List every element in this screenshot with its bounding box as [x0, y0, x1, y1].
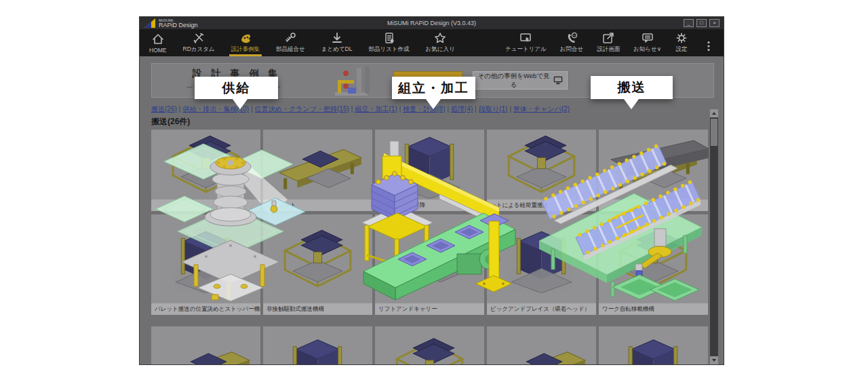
thumbnail-cell[interactable]: ルユニット	[263, 130, 372, 211]
thumbnail-cell[interactable]: ワーク自転移載機構	[599, 214, 708, 315]
thumbnail-cell[interactable]: ラインによる昇降	[375, 130, 484, 211]
thumbnail-cell[interactable]: リフトアンドキャリー	[375, 214, 484, 315]
thumbnail-image	[263, 214, 372, 303]
separator: |	[179, 105, 181, 113]
thumbnail-cell[interactable]	[487, 326, 596, 365]
nav-item-label: HOME	[149, 47, 167, 54]
category-link[interactable]: 処理(4)	[451, 105, 473, 113]
thumbnail-cell[interactable]	[375, 326, 484, 365]
nav-item-gear[interactable]: 設定	[675, 31, 688, 54]
thumbnail-image	[375, 130, 484, 200]
thumbnail-cell[interactable]	[599, 326, 708, 365]
thumbnail-image	[151, 326, 260, 365]
thumbnail-image	[375, 214, 484, 303]
callout-supply: 供給	[195, 77, 278, 99]
nav-item-phone[interactable]: お問合せ	[560, 31, 583, 54]
thumbnail-cell[interactable]: ットによる軽荷重搬送	[487, 130, 596, 211]
separator: |	[509, 105, 511, 113]
nav-item-label: 設計画面	[597, 45, 620, 54]
external-icon	[601, 31, 615, 45]
logo-product: RAPiD Design	[159, 22, 198, 28]
down-arrow-icon	[712, 359, 716, 362]
category-link[interactable]: 段取り(1)	[479, 105, 507, 113]
thumbnail-image	[487, 214, 596, 303]
nav-item-star[interactable]: お気に入り	[426, 31, 455, 54]
callout-transport: 搬送	[591, 76, 673, 99]
minimize-button[interactable]: _	[684, 19, 694, 27]
nav-item-examples[interactable]: 設計事例集	[231, 31, 260, 54]
thumbnail-caption: ピックアンドプレイス（吸着ヘッド）	[487, 303, 596, 315]
category-link[interactable]: 筐体・チャンバ(2)	[513, 105, 570, 113]
thumbnail-cell[interactable]: 非接触駆動式搬送機構	[263, 214, 372, 315]
app-logo: MiSUMi RAPiD Design	[144, 18, 198, 28]
nav-item-label: 設定	[676, 45, 688, 54]
star-icon	[433, 31, 447, 45]
thumbnail-image	[599, 214, 708, 303]
main-nav: HOMERDカスタム設計事例集部品組合せまとめてDL部品リスト作成お気に入り チ…	[140, 29, 724, 56]
thumbnail-image	[599, 130, 708, 200]
category-link[interactable]: 搬送(26)	[151, 105, 177, 113]
callout-assembly-processing: 組立・加工	[392, 77, 475, 99]
thumbnail-image	[487, 130, 596, 200]
thumbnail-image	[375, 326, 484, 365]
thumbnail-image	[263, 326, 372, 365]
thumbnail-cell[interactable]: ピックアンドプレイス（吸着ヘッド）	[487, 214, 596, 315]
thumbnail-caption: リフトアンドキャリー	[375, 303, 484, 315]
thumbnail-image	[151, 130, 260, 200]
nav-item-external[interactable]: 設計画面	[597, 31, 620, 54]
up-arrow-icon	[712, 112, 716, 115]
window-title: MiSUMi RAPiD Design (V3.0.43)	[140, 20, 724, 26]
separator: |	[399, 105, 401, 113]
scroll-up-button[interactable]	[710, 109, 718, 117]
view-more-web-button[interactable]: その他の事例をWebで見る	[473, 71, 568, 90]
thumbnail-cell[interactable]: パレット搬送の位置決めとストッパー機構	[151, 214, 260, 315]
nav-item-label: お気に入り	[426, 45, 455, 54]
grid-row: ルユニットラインによる昇降ットによる軽荷重搬送	[151, 130, 709, 211]
scroll-down-button[interactable]	[710, 356, 718, 364]
tutorial-icon	[519, 31, 532, 45]
thumbnail-caption: ルユニット	[263, 200, 372, 211]
home-icon	[151, 33, 165, 46]
nav-item-tools[interactable]: RDカスタム	[183, 31, 215, 54]
thumbnail-cell[interactable]	[599, 130, 708, 211]
grid-row: パレット搬送の位置決めとストッパー機構非接触駆動式搬送機構リフトアンドキャリーピ…	[151, 214, 709, 315]
nav-item-doc-list[interactable]: 部品リスト作成	[368, 31, 409, 54]
tools-icon	[192, 31, 205, 45]
thumbnail-cell[interactable]	[151, 130, 260, 211]
thumbnail-caption	[151, 200, 260, 211]
thumbnail-cell[interactable]	[263, 326, 372, 365]
thumbnail-caption: ットによる軽荷重搬送	[487, 200, 596, 211]
nav-item-home[interactable]: HOME	[149, 33, 167, 54]
examples-icon	[239, 31, 252, 45]
thumbnail-image	[151, 214, 260, 303]
screw-icon	[283, 31, 297, 45]
nav-item-label: チュートリアル	[505, 45, 547, 54]
view-more-web-label: その他の事例をWebで見る	[477, 72, 550, 90]
thumbnail-caption: ワーク自転移載機構	[599, 303, 708, 315]
vertical-scrollbar[interactable]	[710, 109, 718, 364]
thumbnail-caption: パレット搬送の位置決めとストッパー機構	[151, 303, 260, 315]
scrollbar-thumb[interactable]	[711, 119, 717, 146]
nav-item-label: 部品リスト作成	[368, 45, 409, 54]
nav-item-dots[interactable]	[702, 39, 715, 54]
thumbnail-image	[487, 326, 596, 365]
grid-row	[151, 326, 709, 365]
maximize-button[interactable]: □	[696, 19, 707, 27]
nav-item-bubble[interactable]: お知らせ∨	[633, 31, 661, 54]
title-bar: MiSUMi RAPiD Design MiSUMi RAPiD Design …	[140, 17, 724, 29]
monitor-icon	[553, 75, 563, 86]
category-link[interactable]: 組立・加工(1)	[355, 105, 397, 113]
nav-item-label: 設計事例集	[231, 45, 260, 54]
close-button[interactable]: ×	[709, 19, 719, 27]
separator: |	[251, 105, 253, 113]
separator: |	[475, 105, 477, 113]
nav-item-screw[interactable]: 部品組合せ	[276, 31, 305, 54]
callout-transport-label: 搬送	[618, 79, 646, 96]
thumbnail-cell[interactable]	[151, 326, 260, 365]
thumbnail-grid: ルユニットラインによる昇降ットによる軽荷重搬送パレット搬送の位置決めとストッパー…	[151, 130, 709, 365]
category-filter-links: 搬送(26)|供給・排出・集積(10)|位置決め・クランプ・把持(15)|組立・…	[151, 104, 570, 114]
bubble-icon	[641, 31, 654, 45]
nav-item-tutorial[interactable]: チュートリアル	[505, 31, 547, 54]
nav-item-download[interactable]: まとめてDL	[321, 31, 353, 54]
category-link[interactable]: 位置決め・クランプ・把持(15)	[255, 105, 349, 113]
